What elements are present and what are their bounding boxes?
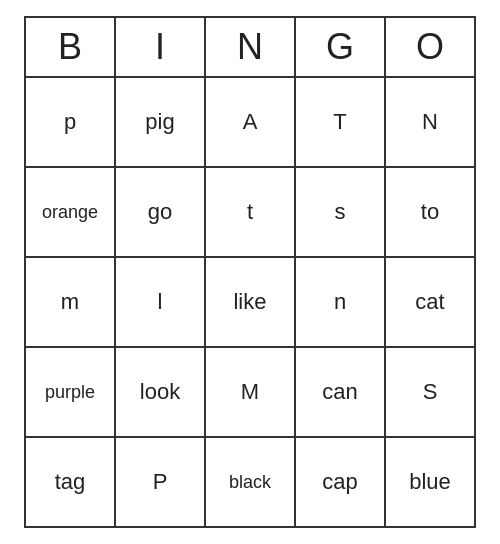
- bingo-row-5: tag P black cap blue: [26, 438, 476, 528]
- cell-4-3: M: [206, 348, 296, 438]
- header-g: G: [296, 18, 386, 78]
- cell-1-2: pig: [116, 78, 206, 168]
- bingo-row-2: orange go t s to: [26, 168, 476, 258]
- cell-2-2: go: [116, 168, 206, 258]
- bingo-row-4: purple look M can S: [26, 348, 476, 438]
- header-i: I: [116, 18, 206, 78]
- cell-3-3: like: [206, 258, 296, 348]
- cell-5-4: cap: [296, 438, 386, 528]
- cell-1-5: N: [386, 78, 476, 168]
- cell-5-2: P: [116, 438, 206, 528]
- cell-4-2: look: [116, 348, 206, 438]
- cell-3-1: m: [26, 258, 116, 348]
- cell-3-4: n: [296, 258, 386, 348]
- cell-2-5: to: [386, 168, 476, 258]
- bingo-row-3: m l like n cat: [26, 258, 476, 348]
- header-o: O: [386, 18, 476, 78]
- header-row: B I N G O: [26, 18, 476, 78]
- cell-1-4: T: [296, 78, 386, 168]
- cell-5-5: blue: [386, 438, 476, 528]
- cell-4-4: can: [296, 348, 386, 438]
- cell-1-1: p: [26, 78, 116, 168]
- cell-4-1: purple: [26, 348, 116, 438]
- cell-2-4: s: [296, 168, 386, 258]
- cell-3-2: l: [116, 258, 206, 348]
- cell-1-3: A: [206, 78, 296, 168]
- cell-2-3: t: [206, 168, 296, 258]
- header-n: N: [206, 18, 296, 78]
- cell-4-5: S: [386, 348, 476, 438]
- bingo-card: B I N G O p pig A T N: [24, 16, 476, 528]
- cell-3-5: cat: [386, 258, 476, 348]
- header-b: B: [26, 18, 116, 78]
- cell-5-3: black: [206, 438, 296, 528]
- cell-2-1: orange: [26, 168, 116, 258]
- bingo-row-1: p pig A T N: [26, 78, 476, 168]
- cell-5-1: tag: [26, 438, 116, 528]
